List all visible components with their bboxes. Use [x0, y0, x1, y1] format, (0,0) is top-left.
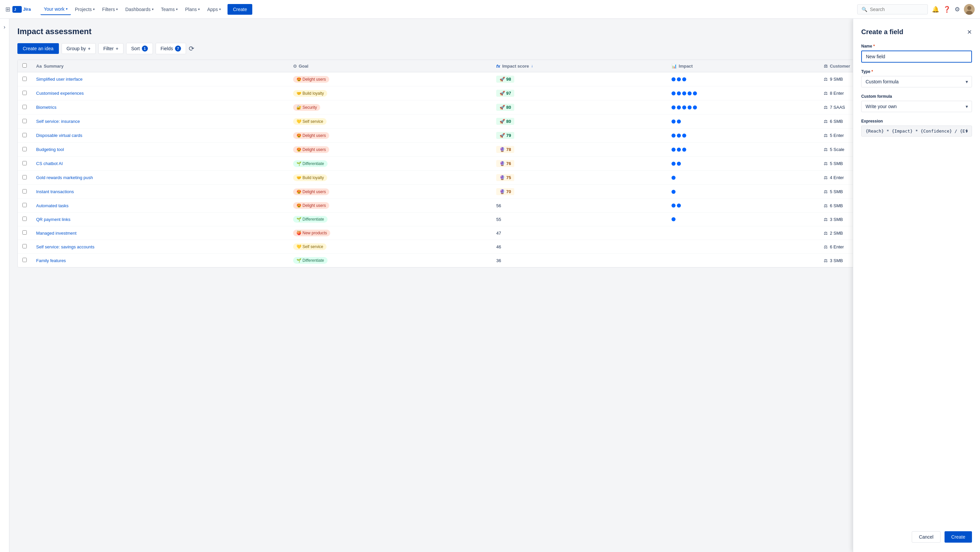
goal-badge: 😍 Delight users: [293, 76, 329, 83]
table-row: QR payment links🌱 Differentiate55⚖ 3 SMB: [18, 212, 972, 226]
help-icon[interactable]: ❓: [943, 6, 951, 13]
avatar[interactable]: [964, 4, 975, 15]
row-checkbox[interactable]: [22, 77, 27, 81]
create-field-panel: Create a field ✕ Name * Type * Custom fo…: [853, 19, 980, 552]
nav-item-filters[interactable]: Filters ▾: [99, 4, 121, 15]
row-checkbox[interactable]: [22, 91, 27, 95]
row-checkbox[interactable]: [22, 119, 27, 123]
nav-item-projects[interactable]: Projects ▾: [72, 4, 99, 15]
score-value: 55: [496, 217, 501, 222]
cell-score: 55: [492, 212, 667, 226]
row-checkbox[interactable]: [22, 105, 27, 109]
cell-goal: 🌱 Differentiate: [288, 254, 492, 268]
impact-dot: [671, 77, 676, 81]
cell-summary: Biometrics: [32, 101, 288, 115]
sidebar-toggle[interactable]: ›: [0, 19, 10, 552]
create-button[interactable]: Create: [228, 4, 252, 15]
balance-icon: ⚖: [824, 258, 828, 263]
avatar-image: [964, 4, 975, 15]
nav-item-plans[interactable]: Plans ▾: [182, 4, 203, 15]
row-checkbox[interactable]: [22, 133, 27, 137]
row-checkbox[interactable]: [22, 203, 27, 207]
plus-icon: +: [116, 46, 118, 51]
plus-icon: +: [88, 46, 90, 51]
impact-dot: [671, 148, 676, 152]
sort-down-icon: ↓: [531, 64, 533, 68]
cell-impact: [667, 115, 819, 129]
balance-icon: ⚖: [824, 147, 828, 152]
type-select[interactable]: Custom formula Number Text Date: [861, 76, 972, 88]
cell-summary: Customised experiences: [32, 86, 288, 101]
cancel-button[interactable]: Cancel: [912, 531, 940, 542]
select-all-checkbox[interactable]: [22, 63, 27, 68]
balance-icon: ⚖: [824, 217, 828, 222]
balance-icon: ⚖: [824, 64, 828, 69]
row-checkbox[interactable]: [22, 161, 27, 165]
row-checkbox[interactable]: [22, 175, 27, 179]
impact-dot: [671, 120, 676, 123]
impact-dot: [693, 105, 697, 110]
cell-summary: Simplified user interface: [32, 72, 288, 86]
row-checkbox[interactable]: [22, 244, 27, 248]
row-checkbox[interactable]: [22, 217, 27, 221]
nav-item-teams[interactable]: Teams ▾: [158, 4, 181, 15]
nav-item-dashboards[interactable]: Dashboards ▾: [122, 4, 157, 15]
close-panel-button[interactable]: ✕: [967, 29, 972, 36]
settings-icon[interactable]: ⚙: [955, 6, 960, 13]
required-indicator: *: [873, 44, 875, 49]
expression-select[interactable]: {Reach} * {Impact} * {Confidence} / {Eff…: [861, 126, 972, 137]
navbar: ⊞ J Jira Your work ▾ Projects ▾ Filters …: [0, 0, 980, 19]
grid-icon[interactable]: ⊞: [5, 6, 10, 13]
search-input[interactable]: [870, 7, 923, 12]
fields-button[interactable]: Fields 7: [156, 43, 186, 54]
row-checkbox[interactable]: [22, 258, 27, 262]
bell-icon[interactable]: 🔔: [932, 6, 939, 13]
cell-score: 🚀 97: [492, 86, 667, 101]
nav-item-your-work[interactable]: Your work ▾: [40, 4, 71, 15]
ideas-table: Aa Summary ⊙ Goal fx: [18, 60, 972, 267]
score-badge: 🚀 97: [496, 90, 514, 97]
table-row: Automated tasks😍 Delight users56⚖ 6 SMB: [18, 199, 972, 212]
search-bar[interactable]: 🔍: [857, 4, 928, 14]
filter-button[interactable]: Filter +: [99, 43, 124, 54]
formula-select[interactable]: Write your own RICE Score ICE Score: [861, 101, 972, 112]
refresh-icon[interactable]: ⟳: [189, 45, 194, 53]
sort-button[interactable]: Sort 1: [126, 43, 153, 54]
goal-badge: 🤝 Build loyalty: [293, 174, 327, 181]
table-header-row: Aa Summary ⊙ Goal fx: [18, 60, 972, 72]
type-field-group: Type * Custom formula Number Text Date: [861, 69, 972, 88]
create-field-button[interactable]: Create: [945, 531, 972, 542]
goal-badge: 🌱 Differentiate: [293, 216, 328, 223]
cell-goal: 🌱 Differentiate: [288, 157, 492, 171]
svg-text:J: J: [14, 7, 16, 11]
row-checkbox[interactable]: [22, 147, 27, 151]
select-all-header[interactable]: [18, 60, 32, 72]
svg-text:Jira: Jira: [23, 7, 31, 12]
cell-summary: Family features: [32, 254, 288, 268]
th-impact-score: fx Impact score ↓: [492, 60, 667, 72]
search-icon: 🔍: [862, 7, 867, 12]
cell-score: 47: [492, 226, 667, 240]
row-checkbox[interactable]: [22, 189, 27, 193]
cell-goal: 🌱 Differentiate: [288, 212, 492, 226]
score-badge: 🚀 80: [496, 104, 514, 111]
cell-goal: 🔐 Security: [288, 101, 492, 115]
cell-goal: 🤝 Build loyalty: [288, 171, 492, 185]
impact-dot: [693, 91, 697, 96]
page-title: Impact assessment: [18, 27, 972, 36]
score-badge: 🔮 78: [496, 146, 514, 153]
cell-summary: Automated tasks: [32, 199, 288, 212]
group-by-button[interactable]: Group by +: [62, 43, 96, 54]
svg-point-4: [967, 6, 971, 10]
cell-score: 🚀 98: [492, 72, 667, 86]
nav-logo[interactable]: ⊞ J Jira: [5, 6, 35, 13]
formula-label: Custom formula: [861, 94, 972, 99]
cell-goal: 🍑 New products: [288, 226, 492, 240]
score-badge: 🚀 79: [496, 132, 514, 139]
balance-icon: ⚖: [824, 77, 828, 82]
nav-item-apps[interactable]: Apps ▾: [204, 4, 224, 15]
create-idea-button[interactable]: Create an idea: [18, 43, 59, 54]
name-input[interactable]: [861, 51, 972, 62]
row-checkbox[interactable]: [22, 230, 27, 235]
cell-summary: QR payment links: [32, 212, 288, 226]
